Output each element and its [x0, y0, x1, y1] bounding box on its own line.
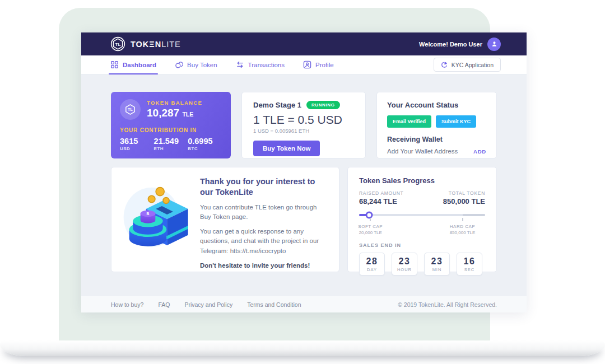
tab-dashboard[interactable]: Dashboard [110, 55, 156, 74]
countdown-hour: 23 HOUR [392, 253, 417, 276]
sales-end-label: SALES END IN [359, 242, 485, 248]
kyc-button-label: KYC Application [452, 62, 494, 68]
dashboard-icon [110, 60, 119, 69]
profile-icon [303, 60, 311, 69]
contribution-usd: 3615 USD [120, 137, 154, 151]
token-sales-progress-card: Token Sales Progress RAISED AMOUNT 68,24… [347, 167, 497, 272]
account-status-title: Your Account Status [387, 101, 486, 109]
email-verified-badge[interactable]: Email Verified [387, 115, 431, 128]
app-header: TL TOKΞNLITE Welcome! Demo User [81, 32, 527, 55]
svg-text:B: B [147, 212, 150, 216]
svg-text:TL: TL [128, 108, 133, 112]
thanks-paragraph-1: You can contribute TLE token go through … [200, 203, 328, 222]
countdown-day: 28 DAY [359, 253, 385, 276]
footer-link-terms[interactable]: Terms and Condition [247, 301, 301, 308]
soft-cap-tick [370, 218, 371, 221]
tab-label: Profile [315, 62, 334, 68]
pie-chart-icon [441, 61, 448, 68]
wallet-address-hint: Add Your Wallet Address [387, 148, 458, 155]
tab-label: Buy Token [187, 62, 217, 68]
token-hexagon-icon: TL [120, 99, 141, 120]
footer-link-how-to-buy[interactable]: How to buy? [111, 301, 143, 308]
submit-kyc-badge[interactable]: Submit KYC [436, 115, 476, 128]
welcome-text: Welcome! Demo User [419, 41, 482, 48]
coins-icon [175, 60, 183, 69]
footer-link-privacy[interactable]: Privacy and Policy [184, 301, 232, 308]
token-rate: 1 TLE = 0.5 USD [253, 113, 354, 127]
thanks-paragraph-3: Don't hesitate to invite your friends! [200, 261, 328, 270]
thank-you-card: B Thank you for your interest to our Tok… [111, 167, 339, 272]
balance-unit: TLE [182, 111, 193, 118]
dashboard-app: TL TOKΞNLITE Welcome! Demo User [81, 32, 527, 312]
brand-logo[interactable]: TL TOKΞNLITE [110, 36, 181, 52]
token-balance-card: TL TOKEN BALANCE 10,287 TLE YOUR CONTRIB… [111, 92, 231, 158]
user-avatar[interactable] [487, 38, 501, 51]
balance-title: TOKEN BALANCE [147, 100, 202, 106]
hard-cap: HARD CAP 850,000 TLE [450, 224, 476, 235]
footer-link-faq[interactable]: FAQ [158, 301, 170, 308]
countdown-min: 23 MIN [424, 253, 450, 276]
total-token: TOTAL TOKEN 850,000 TLE [443, 190, 485, 206]
brand-name: TOKΞNLITE [131, 40, 181, 49]
receiving-wallet-title: Receiving Wallet [387, 136, 486, 143]
coins-illustration: B [123, 181, 193, 263]
copyright-text: © 2019 TokenLite. All Right Reserved. [398, 301, 497, 308]
tab-label: Dashboard [123, 62, 156, 68]
countdown-sec: 16 SEC [457, 253, 482, 276]
tab-profile[interactable]: Profile [303, 55, 334, 74]
main-nav: Dashboard Buy Token Transactions Pro [81, 55, 527, 74]
contribution-eth: 21.549 ETH [154, 137, 188, 151]
tab-transactions[interactable]: Transactions [236, 55, 285, 74]
buy-token-now-button[interactable]: Buy Token Now [253, 141, 320, 156]
token-stage-card: Demo Stage 1 RUNNING 1 TLE = 0.5 USD 1 U… [241, 92, 366, 158]
laptop-mockup: TL TOKΞNLITE Welcome! Demo User [0, 0, 605, 364]
contribution-title: YOUR CONTRIBUTION IN [120, 127, 222, 133]
slider-track-overflow [463, 214, 486, 216]
add-wallet-link[interactable]: ADD [473, 148, 486, 155]
sales-progress-slider: SOFT CAP 20,000 TLE HARD CAP 850,000 TLE [359, 211, 485, 237]
transfer-arrows-icon [236, 60, 244, 69]
person-icon [491, 40, 498, 48]
slider-knob[interactable] [366, 212, 373, 219]
app-footer: How to buy? FAQ Privacy and Policy Terms… [81, 296, 527, 312]
svg-text:TL: TL [115, 42, 121, 47]
running-status-badge: RUNNING [306, 101, 340, 109]
sales-progress-title: Token Sales Progress [359, 176, 485, 185]
tokenlite-logo-icon: TL [110, 36, 125, 52]
balance-amount: 10,287 TLE [147, 107, 202, 119]
tab-label: Transactions [248, 62, 285, 68]
soft-cap: SOFT CAP 20,000 TLE [358, 224, 383, 235]
raised-amount: RAISED AMOUNT 68,244 TLE [359, 190, 403, 206]
stage-title: Demo Stage 1 [253, 101, 301, 109]
kyc-application-button[interactable]: KYC Application [434, 58, 501, 72]
thanks-title: Thank you for your interest to our Token… [200, 176, 328, 198]
contribution-btc: 0.6995 BTC [188, 137, 222, 151]
hard-cap-tick [462, 218, 463, 221]
usd-eth-rate: 1 USD = 0.005961 ETH [253, 128, 354, 134]
account-status-card: Your Account Status Email Verified Submi… [376, 92, 497, 158]
tab-buy-token[interactable]: Buy Token [175, 55, 217, 74]
laptop-base [0, 340, 605, 356]
main-content: TL TOKEN BALANCE 10,287 TLE YOUR CONTRIB… [81, 74, 527, 296]
thanks-paragraph-2: You can get a quick response to any ques… [200, 227, 328, 256]
